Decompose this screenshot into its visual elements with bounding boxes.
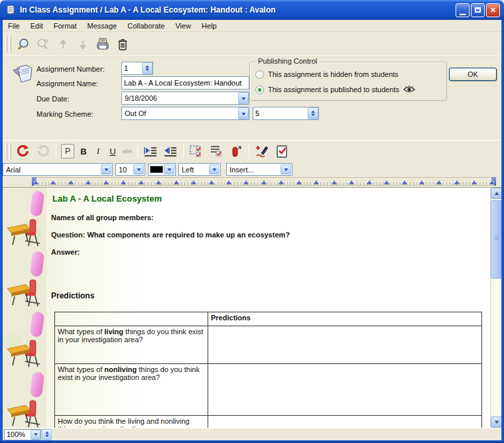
select-objects-button[interactable] — [188, 143, 205, 160]
hidden-radio[interactable] — [255, 70, 264, 79]
checklist-icon — [209, 144, 223, 158]
alignment-dropdown-button[interactable]: ▼ — [209, 164, 220, 174]
pink-eraser-graphic — [30, 371, 44, 398]
published-radio[interactable] — [255, 86, 264, 94]
menu-edit[interactable]: Edit — [25, 21, 48, 31]
print-button[interactable] — [94, 36, 111, 53]
scroll-up-button[interactable]: ▲ — [491, 188, 501, 199]
answer-cell[interactable] — [208, 364, 482, 416]
school-desk-graphic — [5, 338, 41, 368]
minimize-button[interactable]: ▁ — [456, 3, 470, 17]
answer-line: Answer: — [51, 248, 80, 256]
stationery-tile — [3, 369, 46, 428]
main-toolbar — [3, 32, 501, 57]
bold-button[interactable]: B — [76, 147, 91, 157]
vertical-scrollbar[interactable]: ▲ ▼ — [490, 188, 501, 428]
insert-dropdown[interactable]: Insert... ▼ — [226, 163, 292, 176]
menu-file[interactable]: File — [3, 21, 25, 31]
approve-button[interactable] — [273, 143, 290, 160]
undo-button[interactable] — [15, 143, 32, 160]
search-button[interactable] — [15, 36, 32, 53]
due-date-label: Due Date: — [36, 92, 70, 105]
scrollbar-thumb[interactable] — [491, 200, 501, 279]
font-family-dropdown-button[interactable]: ▼ — [101, 164, 111, 174]
zoom-dropdown-button[interactable]: ▼ — [31, 430, 40, 440]
stationery-border — [3, 188, 46, 428]
chevron-down-icon: ▼ — [240, 96, 247, 101]
assignment-name-field[interactable] — [121, 76, 249, 90]
assignment-number-stepper[interactable]: ▲▼ — [121, 62, 153, 75]
question-cell: How do you think the living and nonlivin… — [55, 416, 208, 428]
editor-toolbar-grip[interactable] — [5, 143, 7, 159]
next-item-button[interactable] — [74, 36, 92, 53]
strikethrough-button[interactable]: abc — [120, 148, 135, 155]
toolbar-grip[interactable] — [5, 36, 7, 52]
indent-icon — [143, 145, 158, 158]
add-annotation-icon — [255, 144, 269, 158]
zoom-control[interactable]: 100% ▼ ▲▼ — [4, 429, 52, 440]
outdent-button[interactable] — [162, 143, 179, 160]
italic-button[interactable]: I — [91, 146, 105, 157]
out-of-stepper[interactable]: ▲▼ — [253, 107, 319, 120]
menu-collaborate[interactable]: Collaborate — [122, 21, 170, 31]
toolbar-separator — [249, 144, 249, 158]
pink-eraser-graphic — [30, 311, 44, 338]
answer-cell[interactable] — [208, 416, 482, 428]
publishing-control-group: Publishing Control This assignment is hi… — [249, 62, 447, 101]
redo-button[interactable] — [34, 143, 52, 160]
menu-help[interactable]: Help — [196, 21, 222, 31]
font-size-dropdown-button[interactable]: ▼ — [133, 164, 144, 174]
document-editor-area[interactable]: Lab A - A Local Ecosystem Names of all g… — [3, 187, 501, 428]
hidden-option-row[interactable]: This assignment is hidden from students — [255, 69, 399, 80]
toolbar-separator — [56, 144, 56, 158]
chevron-down-icon: ▼ — [283, 167, 289, 172]
font-color-dropdown-button[interactable]: ▼ — [164, 164, 174, 174]
font-family-dropdown[interactable]: Arial ▼ — [3, 163, 113, 176]
marking-scheme-dropdown-button[interactable]: ▼ — [238, 107, 249, 119]
cell-text: What types of — [58, 328, 104, 336]
marker-button[interactable] — [227, 143, 245, 160]
assignment-number-label: Assignment Number: — [36, 62, 105, 76]
due-date-dropdown-button[interactable]: ▼ — [238, 92, 249, 104]
insert-dropdown-button[interactable]: ▼ — [281, 164, 291, 174]
close-button[interactable]: ✕ — [486, 3, 500, 17]
scroll-down-button[interactable]: ▼ — [491, 416, 501, 428]
checklist-button[interactable] — [208, 143, 225, 160]
marking-scheme-value[interactable]: Out Of — [121, 107, 249, 120]
table-row: What types of nonliving things do you th… — [55, 364, 482, 416]
answer-cell[interactable] — [208, 326, 482, 364]
delete-button[interactable] — [114, 36, 131, 53]
find-next-button[interactable] — [34, 36, 52, 53]
out-of-spin-buttons[interactable]: ▲▼ — [308, 107, 318, 119]
published-option-row[interactable]: This assignment is published to students — [255, 84, 415, 95]
marking-scheme-dropdown[interactable]: Out Of ▼ — [121, 107, 249, 120]
assignment-number-spin-buttons[interactable]: ▲▼ — [142, 62, 153, 74]
stationery-tile — [3, 308, 46, 369]
font-color-dropdown[interactable]: ▼ — [148, 163, 176, 176]
table-row: How do you think the living and nonlivin… — [55, 416, 482, 428]
header-cell-empty — [55, 312, 208, 326]
due-date-dropdown[interactable]: 9/18/2006 ▼ — [121, 92, 249, 105]
due-date-value[interactable]: 9/18/2006 — [121, 92, 249, 105]
paragraph-button[interactable]: P — [61, 144, 74, 158]
add-annotation-button[interactable] — [253, 143, 271, 160]
predictions-heading: Predictions — [51, 291, 94, 300]
underline-button[interactable]: U — [105, 147, 120, 157]
maximize-button[interactable] — [471, 3, 485, 17]
chevron-down-icon: ▼ — [32, 433, 38, 436]
editor-toolbar-grip-2[interactable] — [9, 143, 11, 159]
previous-item-button[interactable] — [54, 36, 72, 53]
document-content[interactable]: Lab A - A Local Ecosystem Names of all g… — [46, 188, 490, 428]
alignment-dropdown[interactable]: Left ▼ — [178, 163, 221, 176]
assignment-name-input[interactable] — [121, 76, 249, 90]
search-icon — [16, 37, 31, 52]
menu-format[interactable]: Format — [48, 21, 82, 31]
zoom-spin-buttons[interactable]: ▲▼ — [42, 429, 52, 440]
find-next-icon — [36, 37, 50, 52]
menu-message[interactable]: Message — [82, 21, 123, 31]
font-size-dropdown[interactable]: 10 ▼ — [115, 163, 145, 176]
ok-button[interactable]: OK — [449, 68, 497, 81]
indent-button[interactable] — [142, 143, 159, 160]
toolbar-grip-2[interactable] — [9, 36, 11, 52]
menu-view[interactable]: View — [170, 21, 196, 31]
